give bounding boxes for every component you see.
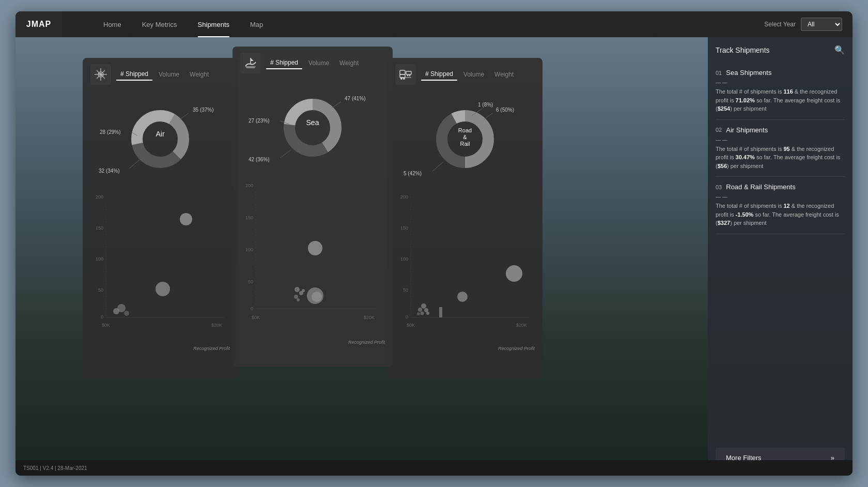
search-icon[interactable]: 🔍 (834, 45, 845, 55)
svg-text:$20K: $20K (364, 315, 375, 320)
air-dot2 (156, 282, 170, 296)
svg-text:0: 0 (101, 314, 103, 319)
air-num: 02 (716, 127, 722, 133)
road-rail-scatter-area: 200 150 100 50 0 $0K $20K (388, 193, 542, 354)
rr-x-label: Recognized Profit (498, 346, 535, 351)
air-ann-left: 28 (29%) (100, 129, 121, 135)
sea-card-header: # Shipped Volume Weight (233, 47, 393, 73)
svg-text:100: 100 (245, 247, 253, 252)
svg-text:$20K: $20K (516, 323, 527, 328)
sea-icon: — — (716, 80, 845, 85)
select-year-label: Select Year (764, 21, 796, 28)
svg-text:150: 150 (96, 225, 103, 231)
svg-line-53 (484, 113, 492, 119)
svg-text:150: 150 (400, 225, 408, 231)
sea-tab-volume[interactable]: Volume (304, 57, 333, 69)
road-rail-card-icon (395, 64, 416, 85)
svg-point-74 (417, 312, 420, 315)
air-icon: — — (716, 137, 845, 143)
shipment-item-road-rail: 03 Road & Rail Shipments — — The total #… (716, 177, 845, 234)
status-bar: TS001 | V2.4 | 28-Mar-2021 (16, 460, 853, 476)
nav-map[interactable]: Map (240, 11, 273, 37)
svg-point-48 (409, 75, 411, 77)
sea-dot1 (308, 241, 322, 255)
svg-rect-43 (400, 74, 405, 78)
sea-donut-svg: Sea 47 (41%) 42 (36%) 27 (23%) (240, 79, 385, 177)
rr-ann-topright: 6 (50%) (496, 107, 514, 113)
air-dot1 (180, 213, 192, 225)
svg-rect-75 (439, 307, 442, 317)
svg-text:0: 0 (406, 314, 408, 319)
svg-text:200: 200 (400, 194, 408, 200)
sea-num: 01 (716, 70, 722, 76)
road-rail-donut-label1: Road (458, 127, 472, 133)
nav-home[interactable]: Home (93, 11, 132, 37)
right-panel-header: Track Shipments 🔍 (716, 45, 845, 55)
road-rail-desc: The total # of shipments is 12 & the rec… (716, 202, 845, 227)
air-card-icon (90, 64, 111, 85)
air-dot5 (124, 311, 129, 316)
sea-tab-shipped[interactable]: # Shipped (266, 57, 302, 69)
svg-point-45 (400, 78, 402, 80)
sea-tab-weight[interactable]: Weight (335, 57, 363, 69)
svg-text:$0K: $0K (102, 323, 110, 328)
svg-line-2 (129, 160, 140, 169)
air-ann-top-right: 35 (37%) (193, 107, 214, 113)
air-card: # Shipped Volume Weight Air (83, 58, 238, 378)
svg-text:$0K: $0K (407, 323, 415, 328)
sea-ann-topright: 47 (41%) (345, 96, 366, 101)
road-rail-scatter-svg: 200 150 100 50 0 $0K $20K (395, 193, 535, 338)
svg-point-40 (297, 298, 300, 301)
road-rail-tab-volume[interactable]: Volume (459, 69, 488, 80)
road-rail-tab-weight[interactable]: Weight (490, 69, 518, 80)
year-select[interactable]: All 2020 2019 (801, 18, 842, 31)
svg-point-46 (403, 78, 405, 80)
road-rail-card-header: # Shipped Volume Weight (388, 58, 542, 85)
svg-point-38 (294, 295, 298, 299)
svg-text:200: 200 (96, 194, 103, 200)
rr-dot-mid (457, 292, 468, 302)
road-rail-name: Road & Rail Shipments (726, 183, 795, 191)
rr-ann-bottomleft: 5 (42%) (404, 171, 422, 176)
road-rail-header: 03 Road & Rail Shipments (716, 183, 845, 191)
shipment-item-air: 02 Air Shipments — — The total # of ship… (716, 120, 845, 177)
app-frame: JMAP Home Key Metrics Shipments Map Sele… (16, 11, 853, 476)
svg-rect-42 (400, 70, 405, 74)
road-rail-tab-shipped[interactable]: # Shipped (421, 68, 457, 81)
logo-box: JMAP (16, 11, 62, 37)
air-card-tabs: # Shipped Volume Weight (116, 68, 213, 81)
sea-scatter-svg: 200 150 100 50 0 $0K $20K (240, 182, 385, 329)
svg-point-69 (421, 303, 426, 309)
nav-shipments[interactable]: Shipments (188, 11, 240, 37)
air-tab-shipped[interactable]: # Shipped (116, 68, 152, 81)
air-name: Air Shipments (726, 126, 768, 134)
rr-ann-top: 1 (8%) (478, 102, 493, 108)
road-rail-card: # Shipped Volume Weight Road & Rail 6 (5… (388, 58, 542, 378)
svg-rect-44 (406, 71, 411, 74)
road-rail-donut-svg: Road & Rail 6 (50%) 5 (42%) 1 (8%) (395, 90, 535, 188)
air-dot4 (113, 308, 119, 314)
air-header: 02 Air Shipments (716, 126, 845, 134)
svg-line-21 (281, 150, 291, 158)
sea-ann-left: 27 (23%) (249, 118, 270, 124)
svg-text:$20K: $20K (211, 323, 222, 328)
sea-donut-area: Sea 47 (41%) 42 (36%) 27 (23%) (233, 73, 393, 182)
air-tab-weight[interactable]: Weight (185, 69, 213, 80)
sea-scatter-area: 200 150 100 50 0 $0K $20K (233, 182, 393, 347)
air-scatter-svg: 200 150 100 50 0 $0K $20K (90, 193, 230, 338)
svg-point-70 (418, 308, 422, 312)
nav-key-metrics[interactable]: Key Metrics (132, 11, 188, 37)
sea-card: # Shipped Volume Weight Sea 47 (41%) 42 … (233, 47, 393, 367)
svg-text:100: 100 (96, 256, 103, 262)
sea-name: Sea Shipments (726, 69, 771, 77)
svg-line-1 (180, 113, 189, 119)
svg-text:150: 150 (245, 215, 253, 220)
svg-point-41 (312, 292, 322, 302)
svg-text:50: 50 (403, 287, 408, 293)
road-rail-donut-label3: Rail (460, 141, 470, 147)
air-donut-label: Air (156, 130, 164, 138)
air-tab-volume[interactable]: Volume (154, 69, 183, 80)
road-rail-donut-area: Road & Rail 6 (50%) 5 (42%) 1 (8%) (388, 85, 542, 193)
air-donut-area: Air 35 (37%) 32 (34%) 28 (29%) (83, 85, 238, 193)
svg-text:50: 50 (248, 279, 253, 284)
